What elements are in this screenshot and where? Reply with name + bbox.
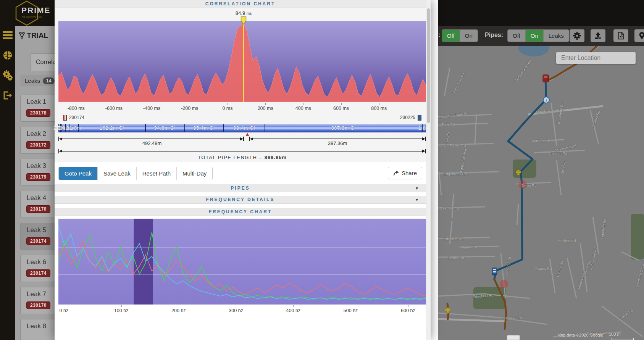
modal-actions: Goto PeakSave LeakReset PathMulti-Day Sh… bbox=[58, 167, 422, 180]
tab-correlation[interactable]: Correla bbox=[31, 53, 55, 71]
sensor-marker-blue[interactable] bbox=[492, 268, 497, 275]
sensor-row: 230174 230225 bbox=[58, 114, 426, 122]
distance-spans-row: 492.49m 397.36m bbox=[58, 134, 426, 145]
axis-tick-label: 0 hz bbox=[60, 308, 69, 313]
toggle-option-off[interactable]: Off bbox=[508, 30, 526, 42]
correlation-plot[interactable] bbox=[58, 21, 426, 102]
pipe-segment-label: 94.8m CI bbox=[154, 126, 176, 131]
leak-name: Leak 6 bbox=[27, 258, 46, 266]
action-save-leak-button[interactable]: Save Leak bbox=[98, 167, 137, 180]
pipe-segment[interactable]: 387.3m CI bbox=[265, 124, 423, 132]
menu-icon[interactable] bbox=[3, 31, 13, 41]
axis-tick-label: 200 ms bbox=[258, 106, 273, 111]
location-pin-button[interactable] bbox=[634, 29, 644, 42]
leak-card[interactable]: Leak 1230178 bbox=[20, 95, 55, 122]
axis-tick bbox=[64, 305, 64, 307]
toggle-option-on[interactable]: On bbox=[526, 30, 544, 42]
section-pipes[interactable]: PIPES▼ bbox=[55, 184, 426, 192]
pipe-segment[interactable]: 95.4m CI bbox=[185, 124, 224, 132]
axis-tick bbox=[76, 103, 76, 105]
sign-out-icon[interactable] bbox=[3, 90, 13, 100]
axis-tick bbox=[236, 305, 236, 307]
leaks-count-badge: 14 bbox=[43, 77, 55, 84]
share-arrow-icon bbox=[393, 171, 399, 176]
globe-icon[interactable] bbox=[3, 50, 13, 60]
leak-card[interactable]: Leak 2230172 bbox=[20, 127, 55, 154]
road-label: Sheldon Rd bbox=[548, 151, 567, 155]
leak-id-badge: 230174 bbox=[26, 237, 50, 245]
axis-tick-label: 800 ms bbox=[371, 106, 387, 111]
action-reset-path-button[interactable]: Reset Path bbox=[137, 167, 177, 180]
road-label: Oakhill Rd bbox=[447, 256, 464, 260]
scrollbar-thumb[interactable] bbox=[427, 8, 430, 123]
leak-card[interactable]: Leak 3230179 bbox=[20, 159, 55, 186]
road-label: Rupert Rd bbox=[535, 266, 552, 271]
settings-gears-icon[interactable] bbox=[3, 70, 13, 80]
leak-card[interactable]: Leak 6230174 bbox=[20, 255, 55, 282]
axis-tick-label: 500 hz bbox=[344, 308, 358, 313]
map-search-input[interactable] bbox=[556, 52, 636, 64]
project-title: TRIAL bbox=[19, 31, 48, 40]
leaks-section-header[interactable]: Leaks14 bbox=[21, 76, 55, 86]
pipe-segment[interactable]: 162.2m CI bbox=[79, 124, 146, 132]
road-label: Oakdale Rd bbox=[440, 206, 459, 210]
settings-button[interactable] bbox=[570, 29, 584, 42]
scale-bar bbox=[612, 338, 634, 340]
action-goto-peak-button[interactable]: Goto Peak bbox=[59, 167, 98, 180]
leak-card[interactable]: Leak 7230170 bbox=[20, 287, 55, 314]
map-canvas[interactable]: i Cherry Tree RdMontgomery AveMeadow Ban… bbox=[438, 46, 644, 340]
audio-file-button[interactable] bbox=[613, 29, 628, 42]
left-span-label: 492.49m bbox=[142, 140, 162, 146]
pipe-segments-bar[interactable]: 2.7m1.8m8.4m4.2m31.8m162.2m CI94.8m CI95… bbox=[58, 124, 426, 132]
section-frequency-details[interactable]: FREQUENCY DETAILS▼ bbox=[55, 196, 426, 204]
series-sensor-red bbox=[58, 242, 426, 296]
axis-tick bbox=[341, 103, 342, 105]
park-area bbox=[631, 214, 644, 259]
road-label: Bank Cl bbox=[536, 139, 549, 143]
map-scale: 100 m bbox=[609, 332, 644, 340]
frequency-selection-band bbox=[134, 219, 153, 305]
pipe-segment-label: 162.2m CI bbox=[100, 126, 124, 131]
info-marker[interactable]: i bbox=[543, 97, 549, 103]
pipe-segment[interactable]: 1.8m bbox=[423, 124, 426, 132]
modal-scrollbar[interactable] bbox=[426, 0, 431, 340]
pipe-segment[interactable]: 94.8m CI bbox=[146, 124, 185, 132]
frequency-plot[interactable] bbox=[58, 219, 426, 305]
sensor-left-id: 230174 bbox=[69, 115, 84, 120]
pipe-segment[interactable]: 99.4m CI bbox=[224, 124, 265, 132]
correlation-chart-block: 84.9 ms -800 ms-600 ms-400 ms-200 ms0 ms… bbox=[55, 8, 426, 162]
leak-name: Leak 1 bbox=[27, 98, 46, 106]
map-toolbar: : OffOn Pipes: OffOnLeaks bbox=[438, 26, 644, 46]
axis-tick bbox=[265, 103, 266, 105]
sensor-marker-red[interactable] bbox=[543, 75, 549, 82]
toggle-option-leaks[interactable]: Leaks bbox=[544, 30, 569, 42]
road-label: Edgefield Rd bbox=[502, 316, 523, 320]
peak-pin-icon[interactable] bbox=[240, 16, 247, 25]
upload-button[interactable] bbox=[591, 29, 605, 42]
road-label: Edgebrook Rd bbox=[444, 172, 467, 176]
toggle-group-1: OffOn bbox=[442, 29, 478, 42]
right-span-line bbox=[249, 139, 426, 139]
map-control-partial[interactable] bbox=[507, 335, 520, 340]
leak-card[interactable]: Leak 4230170 bbox=[20, 191, 55, 218]
section-correlation-chart[interactable]: CORRELATION CHART bbox=[55, 0, 426, 8]
pipe-segment[interactable]: 31.8m bbox=[69, 124, 79, 132]
audio-file-icon bbox=[617, 32, 625, 40]
axis-tick-label: -400 ms bbox=[143, 106, 160, 111]
chevron-down-icon: ▼ bbox=[415, 196, 420, 204]
axis-tick-label: 100 hz bbox=[114, 308, 129, 313]
road-label: Raven Rd bbox=[450, 143, 466, 147]
leak-id-badge: 230170 bbox=[26, 205, 50, 213]
share-button[interactable]: Share bbox=[388, 167, 422, 179]
map-base-svg: i bbox=[438, 46, 644, 340]
leak-card[interactable]: Leak 5230174 bbox=[20, 223, 55, 250]
leak-card[interactable]: Leak 8 bbox=[20, 319, 55, 340]
peak-cursor-line[interactable] bbox=[243, 21, 244, 102]
sensor-red-icon bbox=[63, 115, 67, 121]
axis-tick bbox=[152, 103, 152, 105]
action-multi-day-button[interactable]: Multi-Day bbox=[177, 167, 212, 180]
section-frequency-chart[interactable]: FREQUENCY CHART bbox=[55, 208, 426, 216]
toggle-option-on[interactable]: On bbox=[460, 30, 478, 42]
toggle-option-off[interactable]: Off bbox=[442, 30, 460, 42]
action-button-group: Goto PeakSave LeakReset PathMulti-Day bbox=[58, 167, 213, 180]
